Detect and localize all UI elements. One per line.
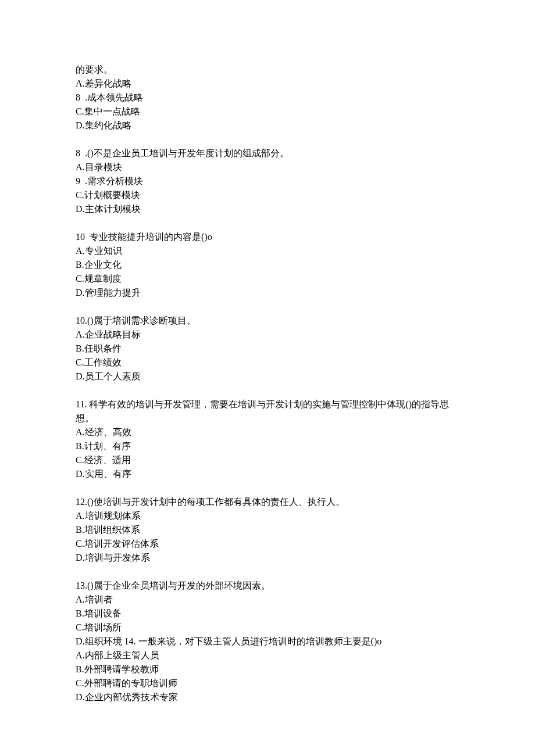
question-block: 13.()属于企业全员培训与开发的外部环境因素。A.培训者B.培训设备C.培训场… [76,579,535,704]
text-line: A.经济、高效 [76,425,459,439]
text-line: C.工作绩效 [76,356,459,370]
text-line: D.员工个人素质 [76,370,459,384]
text-line: A.差异化战略 [76,77,459,91]
text-line: A.培训者 [76,593,459,607]
text-line: B.计划、有序 [76,439,459,453]
text-line: D.主体计划模块 [76,202,459,216]
text-line: A.专业知识 [76,244,459,258]
text-line: A.内部上级主管人员 [76,648,459,662]
question-block: 11. 科学有效的培训与开发管理，需要在培训与开发计划的实施与管理控制中体现()… [76,397,535,481]
text-line: B.企业文化 [76,258,459,272]
text-line: 8 .成本领先战略 [76,91,459,105]
question-block: 12.()使培训与开发计划中的每项工作都有具体的责任人、执行人。A.培训规划体系… [76,495,535,565]
text-line: B.培训组织体系 [76,523,459,537]
question-block: 8 .()不是企业员工培训与开发年度计划的组成部分。A.目录模块9 .需求分析模… [76,146,535,216]
text-line: D.企业内部优秀技术专家 [76,690,459,704]
text-line: D.管理能力提升 [76,286,459,300]
text-line: 8 .()不是企业员工培训与开发年度计划的组成部分。 [76,146,459,160]
question-block: 10 专业技能提升培训的内容是()oA.专业知识B.企业文化C.规章制度D.管理… [76,230,535,300]
text-line: B.培训设备 [76,607,459,621]
text-line: 的要求。 [76,63,459,77]
text-line: C.计划概要模块 [76,188,459,202]
text-line: 10 专业技能提升培训的内容是()o [76,230,459,244]
text-line: B.任职条件 [76,342,459,356]
text-line: B.外部聘请学校教师 [76,662,459,676]
text-line: 12.()使培训与开发计划中的每项工作都有具体的责任人、执行人。 [76,495,459,509]
text-line: D.培训与开发体系 [76,551,459,565]
text-line: C.培训场所 [76,621,459,635]
text-line: D.集约化战略 [76,119,459,132]
text-line: C.经济、适用 [76,453,459,467]
document-body: 的要求。A.差异化战略8 .成本领先战略C.集中一点战略D.集约化战略8 .()… [76,63,535,704]
text-line: C.集中一点战略 [76,105,459,119]
text-line: C.规章制度 [76,272,459,286]
text-line: 9 .需求分析模块 [76,174,459,188]
text-line: 13.()属于企业全员培训与开发的外部环境因素。 [76,579,459,593]
text-line: A.企业战略目标 [76,328,459,342]
question-block: 10.()属于培训需求诊断项目。A.企业战略目标B.任职条件C.工作绩效D.员工… [76,314,535,384]
question-block: 的要求。A.差异化战略8 .成本领先战略C.集中一点战略D.集约化战略 [76,63,535,132]
text-line: A.目录模块 [76,160,459,174]
text-line: C.培训开发评估体系 [76,537,459,551]
text-line: C.外部聘请的专职培训师 [76,676,459,690]
text-line: A.培训规划体系 [76,509,459,523]
text-line: 11. 科学有效的培训与开发管理，需要在培训与开发计划的实施与管理控制中体现()… [76,397,459,425]
text-line: D.实用、有序 [76,467,459,481]
text-line: D.组织环境 14. 一般来说，对下级主管人员进行培训时的培训教师主要是()o [76,635,459,648]
text-line: 10.()属于培训需求诊断项目。 [76,314,459,328]
